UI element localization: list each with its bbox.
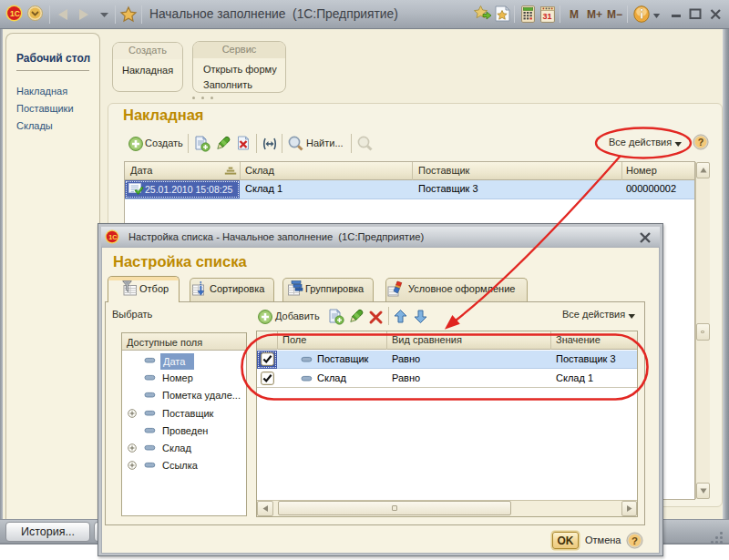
svg-text:1С: 1С (10, 9, 20, 18)
svg-text:?: ? (631, 535, 638, 546)
svg-text:31: 31 (543, 12, 552, 21)
svg-text:?: ? (698, 137, 704, 148)
svg-text:1С: 1С (108, 234, 117, 241)
